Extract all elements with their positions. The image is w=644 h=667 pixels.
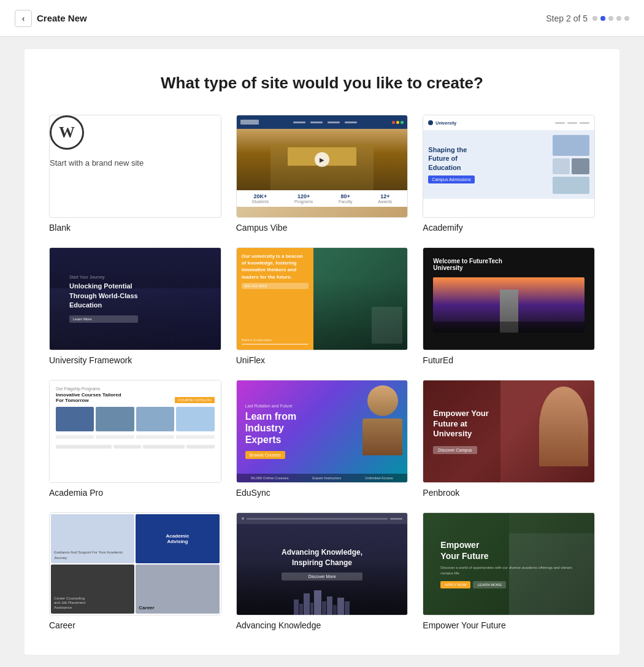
acad-heading: Shaping theFuture ofEducation [428, 145, 549, 172]
career-thumbnail: Guidance And Support For Your Academic J… [49, 512, 221, 615]
card-label-academify: Academify [423, 223, 595, 233]
card-label-blank: Blank [49, 223, 221, 233]
wp-logo: W [50, 115, 84, 150]
cv-stats-row: 20K+Students 120+Programs 80+Faculty 12+… [237, 190, 408, 207]
card-label-campus-vibe: Campus Vibe [236, 223, 408, 233]
step-dots [592, 16, 629, 21]
card-blank[interactable]: W Start with a brand new site Blank [49, 115, 221, 233]
dot-4 [616, 16, 621, 21]
campus-vibe-thumbnail: ▶ 20K+Students 120+Programs 80+Faculty 1… [236, 115, 408, 218]
card-label-edusync: EduSync [236, 488, 408, 498]
top-bar: ‹ Create New Step 2 of 5 [0, 0, 644, 37]
academia-pro-thumbnail: Our Flagship Programs Innovative Courses… [49, 380, 221, 483]
edusync-thumbnail: Last Rotation and Future Learn fromIndus… [236, 380, 408, 483]
card-futured[interactable]: Welcome to FutureTechUniversity FuturEd [423, 247, 595, 365]
card-label-university-framework: University Framework [49, 355, 221, 365]
card-university-framework[interactable]: Start Your Journey Unlocking PotentialTh… [49, 247, 221, 365]
card-academify[interactable]: University Shaping theFuture ofEducation… [423, 115, 595, 233]
card-campus-vibe[interactable]: ▶ 20K+Students 120+Programs 80+Faculty 1… [236, 115, 408, 233]
university-framework-thumbnail: Start Your Journey Unlocking PotentialTh… [49, 247, 221, 350]
card-career[interactable]: Guidance And Support For Your Academic J… [49, 512, 221, 630]
card-label-empower-future: Empower Your Future [423, 620, 595, 630]
card-edusync[interactable]: Last Rotation and Future Learn fromIndus… [236, 380, 408, 498]
futured-thumbnail: Welcome to FutureTechUniversity [423, 247, 595, 350]
back-button[interactable]: ‹ Create New [15, 10, 87, 27]
card-label-career: Career [49, 620, 221, 630]
blank-description: Start with a brand new site [50, 158, 144, 168]
card-uniflex[interactable]: Our university is a beacon of knowledge,… [236, 247, 408, 365]
dot-5 [624, 16, 629, 21]
card-label-futured: FuturEd [423, 355, 595, 365]
template-grid: W Start with a brand new site Blank [49, 115, 595, 630]
cv-building-image: ▶ [237, 129, 408, 190]
card-penbrook[interactable]: Empower YourFuture atUniversity Discover… [423, 380, 595, 498]
main-content: What type of site would you like to crea… [25, 49, 619, 655]
card-label-penbrook: Penbrook [423, 488, 595, 498]
blank-thumbnail: W Start with a brand new site [49, 115, 221, 218]
card-academia-pro[interactable]: Our Flagship Programs Innovative Courses… [49, 380, 221, 498]
card-advancing-knowledge[interactable]: Advancing Knowledge,Inspiring Change Dis… [236, 512, 408, 630]
penbrook-thumbnail: Empower YourFuture atUniversity Discover… [423, 380, 595, 483]
step-indicator: Step 2 of 5 [546, 13, 629, 23]
page-question: What type of site would you like to crea… [49, 74, 595, 93]
dot-2 [600, 16, 605, 21]
uniflex-thumbnail: Our university is a beacon of knowledge,… [236, 247, 408, 350]
page-title: Create New [37, 13, 87, 23]
card-label-academia-pro: Academia Pro [49, 488, 221, 498]
card-empower-future[interactable]: EmpowerYour Future Discover a world of o… [423, 512, 595, 630]
dot-1 [592, 16, 597, 21]
academify-thumbnail: University Shaping theFuture ofEducation… [423, 115, 595, 218]
advancing-knowledge-thumbnail: Advancing Knowledge,Inspiring Change Dis… [236, 512, 408, 615]
cv-nav-bar [237, 115, 408, 129]
back-arrow-icon: ‹ [15, 10, 32, 27]
card-label-advancing-knowledge: Advancing Knowledge [236, 620, 408, 630]
acad-cta: Campus Admissions [428, 175, 474, 183]
card-label-uniflex: UniFlex [236, 355, 408, 365]
dot-3 [608, 16, 613, 21]
play-button[interactable]: ▶ [315, 152, 329, 167]
empower-future-thumbnail: EmpowerYour Future Discover a world of o… [423, 512, 595, 615]
acad-nav: University [423, 115, 594, 130]
step-label: Step 2 of 5 [546, 13, 588, 23]
